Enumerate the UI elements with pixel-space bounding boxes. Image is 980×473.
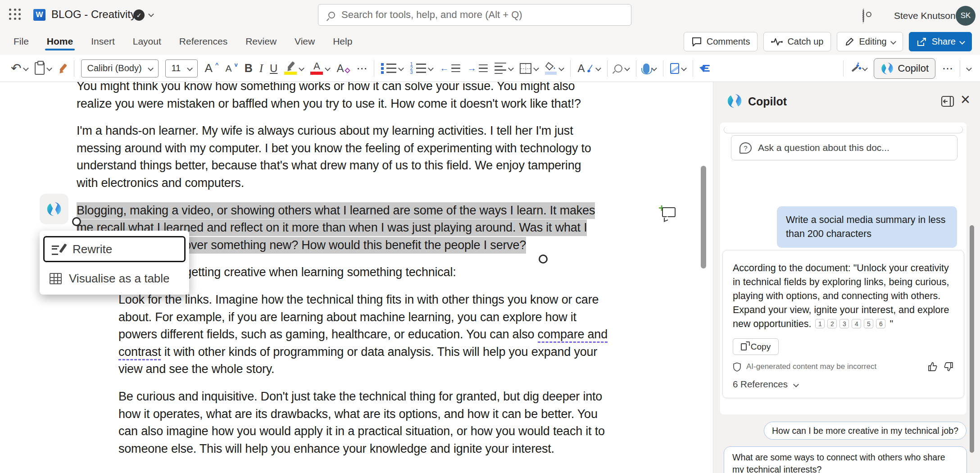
catch-up-button[interactable]: Catch up (763, 32, 831, 51)
paragraph[interactable]: Look for the links. Imagine how the tech… (77, 291, 644, 378)
title-dropdown-chevron-icon[interactable] (148, 11, 154, 17)
paragraph[interactable]: Be curious and inquisitive. Don't just t… (77, 388, 644, 457)
settings-gear-icon[interactable] (862, 10, 874, 22)
text-line[interactable]: about. For example, if you are learning … (118, 309, 644, 326)
text-line[interactable]: realize you were mistaken or baffled whe… (77, 95, 644, 113)
bullets-button[interactable] (381, 62, 403, 74)
font-color-button[interactable]: A (310, 62, 330, 75)
search-input[interactable]: Search for tools, help, and more (Alt + … (318, 4, 631, 26)
selection-start-handle[interactable] (72, 217, 81, 226)
menu-item-visualise-as-table[interactable]: Visualise as a table (40, 267, 189, 290)
question-bubble-icon: ? (740, 142, 752, 154)
copilot-toggle-button[interactable]: Copilot (874, 58, 935, 79)
underline-button[interactable]: U (270, 62, 277, 75)
paragraph[interactable]: You might think you know how something w… (77, 82, 644, 112)
tab-review[interactable]: Review (245, 30, 277, 53)
microphone-icon (643, 64, 649, 73)
clear-formatting-button[interactable]: A (336, 62, 349, 75)
text-line[interactable]: You might think you know how something w… (77, 82, 644, 95)
more-font-options-button[interactable]: ⋯ (356, 62, 367, 75)
italic-button[interactable]: I (259, 62, 263, 75)
text-line[interactable]: view and see the whole story. (118, 360, 644, 378)
add-comment-button[interactable]: + (658, 205, 676, 220)
text-line[interactable]: can also imagine how you would apply it … (118, 423, 644, 440)
tab-help[interactable]: Help (332, 30, 353, 53)
text-line[interactable]: understand things better, because that's… (77, 157, 644, 174)
shrink-font-button[interactable]: Av (225, 63, 237, 74)
text-line[interactable]: powers different fields, such as gaming,… (118, 326, 644, 343)
shading-button[interactable] (545, 62, 563, 75)
share-button[interactable]: Share (909, 32, 972, 51)
citation-chip[interactable]: 3 (839, 319, 849, 328)
ask-question-button[interactable]: ? Ask a question about this doc... (731, 135, 957, 160)
text-line[interactable]: someone else. This will help you enhance… (118, 440, 644, 458)
thumbs-down-icon[interactable] (943, 362, 954, 372)
document-title[interactable]: BLOG - Creativity (51, 8, 136, 21)
tab-references[interactable]: References (178, 30, 228, 53)
tab-file[interactable]: File (13, 30, 30, 53)
citation-chip[interactable]: 5 (864, 319, 873, 328)
numbering-button[interactable]: 123 (410, 62, 433, 74)
editing-mode-button[interactable]: Editing (837, 32, 903, 51)
highlight-color-button[interactable] (284, 62, 304, 75)
thumbs-up-icon[interactable] (927, 362, 938, 372)
find-button[interactable] (614, 64, 629, 73)
response-text: According to the document: "Unlock your … (733, 261, 954, 331)
font-size-select[interactable]: 11 (165, 59, 198, 77)
document-scrollbar-thumb[interactable] (701, 166, 706, 268)
text-line[interactable]: with electronics and computers. (77, 174, 644, 192)
undo-button[interactable]: ↶ (11, 61, 28, 76)
text-line[interactable]: contrast it with other kinds of programm… (118, 343, 644, 361)
suggestion-chip[interactable]: What are some ways to connect with other… (724, 446, 967, 473)
comment-bubble-tail (664, 216, 668, 222)
dock-panel-icon[interactable] (941, 96, 954, 107)
app-launcher-waffle-icon[interactable] (9, 9, 22, 20)
text-line[interactable]: messing around with my computer. I bet y… (77, 140, 644, 157)
comments-button[interactable]: Comments (684, 32, 758, 51)
copilot-logo-icon (726, 93, 743, 109)
citation-chip[interactable]: 6 (876, 319, 885, 328)
avatar[interactable]: SK (956, 6, 975, 26)
copilot-logo-icon (880, 62, 894, 75)
text-line[interactable]: Look for the links. Imagine how the tech… (118, 291, 644, 309)
text-line[interactable]: I'm a hands-on learner. My wife is alway… (77, 122, 644, 140)
citation-chip[interactable]: 1 (815, 319, 825, 328)
dictate-button[interactable] (643, 64, 656, 73)
selection-end-handle[interactable] (539, 255, 548, 264)
collapse-ribbon-chevron-icon[interactable] (966, 65, 972, 71)
chat-scrollbar-thumb[interactable] (970, 225, 974, 453)
editor-button[interactable] (700, 63, 711, 74)
grow-font-button[interactable]: A^ (204, 61, 218, 75)
bold-button[interactable]: B (245, 62, 253, 75)
styles-button[interactable]: A (577, 62, 600, 75)
suggestion-chip[interactable]: How can I be more creative in my technic… (764, 422, 966, 440)
document-canvas[interactable]: You might think you know how something w… (0, 82, 713, 473)
text-line[interactable]: Blogging, making a video, or showing oth… (77, 202, 644, 219)
alignment-button[interactable] (495, 63, 513, 74)
margin-copilot-button[interactable] (40, 194, 68, 224)
copy-button[interactable]: Copy (733, 338, 779, 355)
text-line[interactable]: Be curious and inquisitive. Don't just t… (118, 388, 644, 405)
citation-chip[interactable]: 4 (852, 319, 861, 328)
font-name-select[interactable]: Calibri (Body) (81, 59, 159, 77)
paste-button[interactable] (35, 62, 51, 75)
sensitivity-button[interactable] (670, 63, 686, 74)
autoformat-wand-button[interactable] (850, 64, 867, 73)
tab-layout[interactable]: Layout (132, 30, 162, 53)
text-line[interactable]: how it operates, what are its drawbacks,… (118, 405, 644, 423)
tab-insert[interactable]: Insert (90, 30, 116, 53)
paragraph[interactable]: I'm a hands-on learner. My wife is alway… (77, 122, 644, 191)
tab-home[interactable]: Home (46, 30, 74, 53)
menu-item-rewrite[interactable]: Rewrite (43, 236, 186, 262)
table-button[interactable] (520, 63, 538, 74)
word-logo-icon[interactable]: W (33, 9, 45, 21)
tab-view[interactable]: View (294, 30, 316, 53)
increase-indent-button[interactable]: → (467, 63, 488, 73)
references-toggle[interactable]: 6 References (733, 379, 954, 390)
format-painter-icon (58, 64, 67, 73)
close-panel-icon[interactable]: × (961, 90, 970, 109)
more-commands-button[interactable]: ⋯ (942, 62, 953, 75)
citation-chip[interactable]: 2 (827, 319, 837, 328)
format-painter-button[interactable] (58, 64, 67, 73)
decrease-indent-button[interactable]: ← (440, 63, 460, 73)
